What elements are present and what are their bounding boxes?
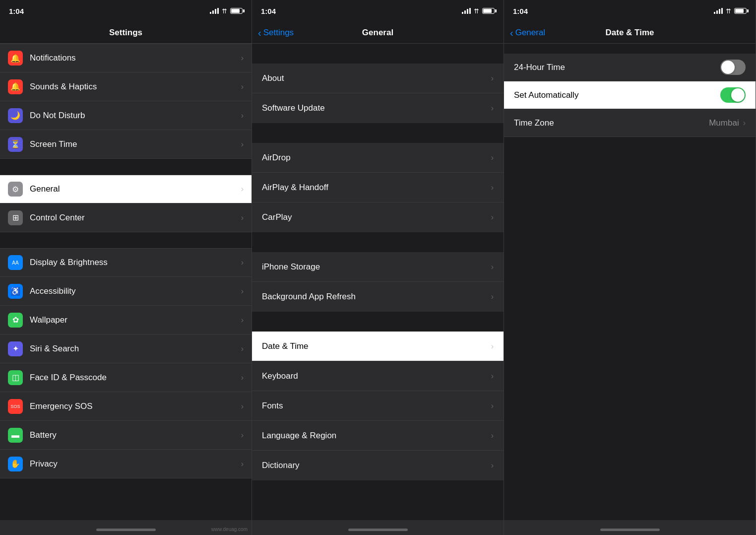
back-chevron-right: ‹ xyxy=(510,28,513,38)
datetime-item-timezone[interactable]: Time ZoneMumbai› xyxy=(504,109,756,137)
accessibility-icon: ♿ xyxy=(8,284,23,299)
wallpaper-icon: ✿ xyxy=(8,313,23,328)
datetime-label-timezone: Time Zone xyxy=(514,118,709,128)
settings-item-sirisearch[interactable]: ✦Siri & Search› xyxy=(0,334,252,363)
general-item-languageregion[interactable]: Language & Region› xyxy=(252,421,504,451)
settings-group-1: ⚙General›⊞Control Center› xyxy=(0,175,252,232)
general-item-airdrop[interactable]: AirDrop› xyxy=(252,143,504,173)
settings-group-2: AADisplay & Brightness›♿Accessibility›✿W… xyxy=(0,248,252,478)
displaybrightness-icon: AA xyxy=(8,255,23,270)
general-item-iphonestorage[interactable]: iPhone Storage› xyxy=(252,252,504,282)
general-label-datetime: Date & Time xyxy=(262,341,491,351)
section-divider-1 xyxy=(0,232,252,248)
datetime-item-24hourtime[interactable]: 24-Hour Time xyxy=(504,54,756,81)
donotdisturb-chevron: › xyxy=(241,111,244,120)
general-chevron-keyboard: › xyxy=(491,372,494,381)
settings-item-emergencysos[interactable]: SOSEmergency SOS› xyxy=(0,392,252,421)
mid-spacer-3 xyxy=(252,312,504,322)
signal-icon-right xyxy=(714,8,723,14)
settings-item-faceid[interactable]: ◫Face ID & Passcode› xyxy=(0,363,252,392)
settings-item-screentime[interactable]: ⏳Screen Time› xyxy=(0,130,252,159)
wifi-icon-left: ⇈ xyxy=(222,7,227,15)
general-label-languageregion: Language & Region xyxy=(262,431,491,441)
general-icon: ⚙ xyxy=(8,182,23,197)
settings-item-general[interactable]: ⚙General› xyxy=(0,175,252,203)
datetime-list: 24-Hour TimeSet AutomaticallyTime ZoneMu… xyxy=(504,44,756,520)
settings-item-accessibility[interactable]: ♿Accessibility› xyxy=(0,277,252,306)
settings-item-notifications[interactable]: 🔔Notifications› xyxy=(0,44,252,72)
general-group-2: iPhone Storage›Background App Refresh› xyxy=(252,252,504,312)
back-button-mid[interactable]: ‹ Settings xyxy=(258,28,294,38)
faceid-icon: ◫ xyxy=(8,370,23,385)
emergencysos-label: Emergency SOS xyxy=(30,401,241,411)
home-bar-mid xyxy=(348,529,408,531)
back-label-mid: Settings xyxy=(263,28,294,38)
status-time-mid: 1:04 xyxy=(261,7,276,15)
general-label-softwareupdate: Software Update xyxy=(262,103,491,113)
battery-icon-mid xyxy=(482,8,495,14)
back-button-right[interactable]: ‹ General xyxy=(510,28,545,38)
general-item-keyboard[interactable]: Keyboard› xyxy=(252,361,504,391)
wallpaper-label: Wallpaper xyxy=(30,315,241,325)
status-bar-mid: 1:04 ⇈ xyxy=(252,0,504,22)
general-label-iphonestorage: iPhone Storage xyxy=(262,262,491,272)
general-item-fonts[interactable]: Fonts› xyxy=(252,391,504,421)
general-group-0: About›Software Update› xyxy=(252,64,504,123)
general-list: About›Software Update›AirDrop›AirPlay & … xyxy=(252,44,504,520)
general-label-dictionary: Dictionary xyxy=(262,461,491,470)
timezone-value: Mumbai xyxy=(709,118,739,128)
general-item-dictionary[interactable]: Dictionary› xyxy=(252,451,504,480)
status-icons-mid: ⇈ xyxy=(462,7,495,15)
status-time-right: 1:04 xyxy=(513,7,528,15)
nav-bar-left: Settings xyxy=(0,22,252,44)
general-item-carplay[interactable]: CarPlay› xyxy=(252,202,504,232)
sirisearch-chevron: › xyxy=(241,344,244,353)
settings-item-displaybrightness[interactable]: AADisplay & Brightness› xyxy=(0,248,252,277)
home-bar-left xyxy=(96,529,156,531)
settings-item-controlcenter[interactable]: ⊞Control Center› xyxy=(0,203,252,232)
privacy-icon: ✋ xyxy=(8,457,23,471)
general-chevron-softwareupdate: › xyxy=(491,104,494,113)
general-label-carplay: CarPlay xyxy=(262,212,491,222)
battery-label: Battery xyxy=(30,430,241,440)
general-item-about[interactable]: About› xyxy=(252,64,504,93)
settings-item-wallpaper[interactable]: ✿Wallpaper› xyxy=(0,306,252,334)
wifi-icon-right: ⇈ xyxy=(726,7,731,15)
settings-group-0: 🔔Notifications›🔔Sounds & Haptics›🌙Do Not… xyxy=(0,44,252,159)
privacy-label: Privacy xyxy=(30,459,241,469)
nav-title-left: Settings xyxy=(109,28,142,38)
mid-spacer-0 xyxy=(252,44,504,54)
datetime-item-setautomatically[interactable]: Set Automatically xyxy=(504,81,756,109)
general-item-backgroundapprefresh[interactable]: Background App Refresh› xyxy=(252,282,504,312)
timezone-chevron: › xyxy=(743,119,746,128)
24hourtime-toggle-knob xyxy=(721,61,735,74)
general-chevron-about: › xyxy=(491,74,494,83)
settings-item-privacy[interactable]: ✋Privacy› xyxy=(0,450,252,478)
battery-icon-right xyxy=(734,8,747,14)
settings-item-battery[interactable]: ▬Battery› xyxy=(0,421,252,450)
general-item-datetime[interactable]: Date & Time› xyxy=(252,332,504,361)
general-item-airplayhandoff[interactable]: AirPlay & Handoff› xyxy=(252,173,504,202)
back-label-right: General xyxy=(515,28,545,38)
sirisearch-label: Siri & Search xyxy=(30,344,241,354)
general-label-airdrop: AirDrop xyxy=(262,153,491,163)
sounds-label: Sounds & Haptics xyxy=(30,82,241,92)
wallpaper-chevron: › xyxy=(241,316,244,325)
controlcenter-chevron: › xyxy=(241,213,244,222)
home-indicator-mid xyxy=(252,520,504,535)
24hourtime-toggle[interactable] xyxy=(720,60,746,75)
home-indicator-right xyxy=(504,520,756,535)
general-item-softwareupdate[interactable]: Software Update› xyxy=(252,93,504,123)
faceid-label: Face ID & Passcode xyxy=(30,373,241,383)
signal-icon-mid xyxy=(462,8,471,14)
notifications-label: Notifications xyxy=(30,53,241,63)
status-icons-right: ⇈ xyxy=(714,7,747,15)
settings-item-sounds[interactable]: 🔔Sounds & Haptics› xyxy=(0,72,252,101)
settings-item-donotdisturb[interactable]: 🌙Do Not Disturb› xyxy=(0,101,252,130)
setautomatically-toggle[interactable] xyxy=(720,87,746,103)
screentime-label: Screen Time xyxy=(30,139,241,149)
battery-icon-left xyxy=(230,8,243,14)
general-label-fonts: Fonts xyxy=(262,401,491,411)
general-group-1: AirDrop›AirPlay & Handoff›CarPlay› xyxy=(252,143,504,232)
screentime-chevron: › xyxy=(241,140,244,149)
